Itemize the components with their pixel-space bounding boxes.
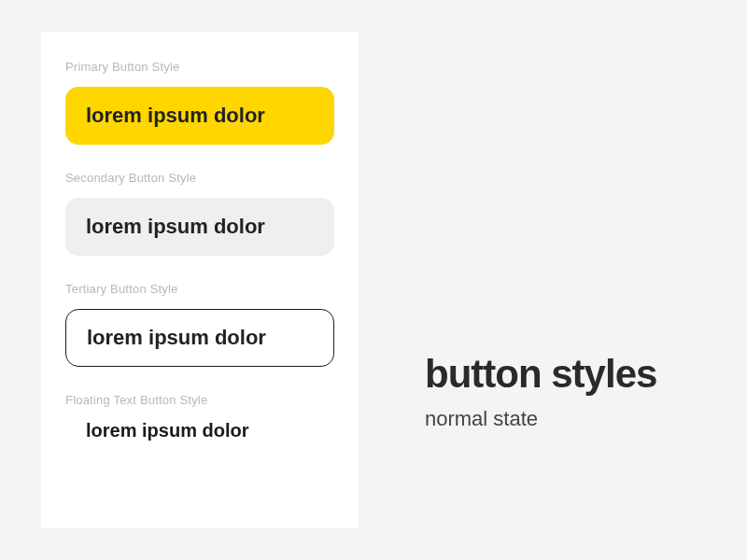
secondary-section: Secondary Button Style lorem ipsum dolor [65,171,334,256]
tertiary-label: Tertiary Button Style [65,282,334,296]
floating-label: Floating Text Button Style [65,393,334,407]
title-block: button styles normal state [425,355,656,431]
primary-label: Primary Button Style [65,60,334,74]
primary-section: Primary Button Style lorem ipsum dolor [65,60,334,145]
button-styles-card: Primary Button Style lorem ipsum dolor S… [41,32,359,528]
secondary-label: Secondary Button Style [65,171,334,185]
secondary-button[interactable]: lorem ipsum dolor [65,198,334,256]
floating-section: Floating Text Button Style lorem ipsum d… [65,393,334,441]
tertiary-button[interactable]: lorem ipsum dolor [65,309,334,367]
page-title: button styles [425,355,656,394]
tertiary-section: Tertiary Button Style lorem ipsum dolor [65,282,334,367]
page-subtitle: normal state [425,407,656,431]
floating-text-button[interactable]: lorem ipsum dolor [65,420,334,441]
primary-button[interactable]: lorem ipsum dolor [65,87,334,145]
